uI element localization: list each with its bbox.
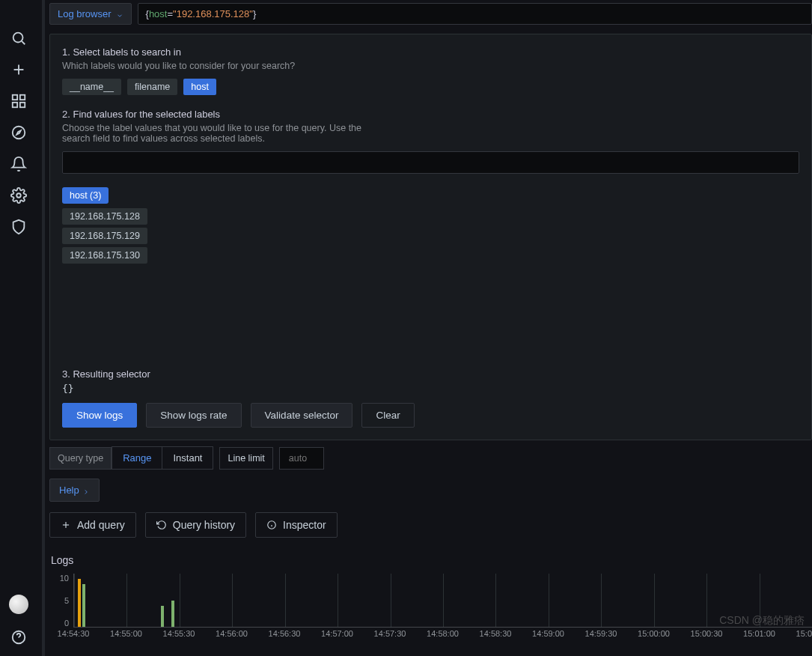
- nav-rail: [0, 0, 37, 656]
- line-limit-input[interactable]: [279, 447, 324, 470]
- query-type-label: Query type: [49, 447, 112, 470]
- y-tick: 5: [64, 596, 69, 605]
- step3-title: 3. Resulting selector: [62, 368, 799, 380]
- step2-desc: Choose the label values that you would l…: [62, 123, 391, 144]
- query-expression-input[interactable]: {host="192.168.175.128"}: [138, 3, 812, 25]
- shield-icon[interactable]: [10, 219, 27, 235]
- bell-icon[interactable]: [10, 156, 27, 172]
- chevron-right-icon: [82, 487, 90, 494]
- label-value-search-input[interactable]: [62, 151, 799, 174]
- gridline: [285, 574, 286, 627]
- x-tick: 14:57:00: [321, 629, 353, 638]
- x-tick: 14:58:00: [427, 629, 459, 638]
- label-value-item[interactable]: 192.168.175.128: [62, 208, 147, 225]
- log-browser-panel: 1. Select labels to search in Which labe…: [49, 34, 812, 440]
- bar-info[interactable]: [82, 584, 85, 627]
- plus-icon[interactable]: [10, 61, 27, 78]
- validate-selector-button[interactable]: Validate selector: [251, 403, 353, 428]
- avatar[interactable]: [9, 595, 28, 614]
- svg-rect-4: [13, 95, 17, 100]
- query-history-label: Query history: [173, 519, 235, 531]
- svg-marker-9: [16, 130, 21, 135]
- bar-info[interactable]: [161, 606, 164, 627]
- gridline: [549, 574, 549, 627]
- help-button[interactable]: Help: [49, 479, 100, 502]
- gridline: [654, 574, 655, 627]
- label-value-item[interactable]: 192.168.175.130: [62, 247, 147, 264]
- gridline: [126, 574, 127, 627]
- logs-title: Logs: [51, 554, 812, 566]
- gear-icon[interactable]: [10, 187, 27, 204]
- resulting-selector: {}: [62, 383, 799, 394]
- help-label: Help: [59, 485, 79, 496]
- x-tick: 15:01:30: [796, 629, 812, 638]
- gridline: [180, 574, 180, 627]
- query-type-instant[interactable]: Instant: [162, 446, 213, 470]
- svg-point-10: [16, 193, 21, 198]
- x-tick: 15:00:30: [691, 629, 723, 638]
- label-chip-__name__[interactable]: __name__: [62, 79, 121, 95]
- inspector-label: Inspector: [283, 519, 326, 531]
- value-group-header[interactable]: host (3): [62, 187, 109, 204]
- y-tick: 0: [64, 619, 69, 628]
- svg-rect-5: [20, 95, 25, 100]
- main-content: Log browser {host="192.168.175.128"} 1. …: [37, 0, 812, 656]
- divider: [42, 0, 45, 656]
- svg-point-0: [13, 33, 23, 43]
- x-tick: 14:56:30: [269, 629, 301, 638]
- step2-title: 2. Find values for the selected labels: [62, 109, 799, 120]
- gridline: [443, 574, 444, 627]
- inspector-button[interactable]: Inspector: [255, 512, 338, 538]
- x-tick: 14:59:30: [585, 629, 617, 638]
- x-tick: 14:54:30: [58, 629, 90, 638]
- label-chip-host[interactable]: host: [183, 79, 216, 95]
- step1-desc: Which labels would you like to consider …: [62, 61, 799, 71]
- search-icon[interactable]: [10, 30, 27, 46]
- x-tick: 14:55:30: [163, 629, 195, 638]
- bar-info[interactable]: [171, 601, 174, 628]
- step1-title: 1. Select labels to search in: [62, 46, 799, 58]
- svg-point-8: [13, 127, 25, 139]
- gridline: [74, 574, 75, 627]
- x-tick: 14:59:00: [532, 629, 564, 638]
- svg-rect-7: [20, 103, 25, 107]
- x-tick: 14:57:30: [374, 629, 406, 638]
- show-logs-button[interactable]: Show logs: [62, 403, 137, 428]
- gridline: [495, 574, 496, 627]
- logs-chart: 1050 14:54:3014:55:0014:55:3014:56:0014:…: [51, 574, 812, 641]
- info-icon: [266, 520, 277, 530]
- log-browser-label: Log browser: [58, 8, 112, 19]
- query-history-button[interactable]: Query history: [145, 512, 246, 538]
- x-tick: 15:01:00: [743, 629, 775, 638]
- gridline: [760, 574, 760, 627]
- line-limit-label: Line limit: [219, 447, 272, 470]
- clear-button[interactable]: Clear: [361, 403, 414, 428]
- show-logs-rate-button[interactable]: Show logs rate: [146, 403, 241, 428]
- gridline: [601, 574, 602, 627]
- dashboards-icon[interactable]: [10, 93, 27, 109]
- log-browser-button[interactable]: Log browser: [49, 3, 132, 25]
- gridline: [232, 574, 233, 627]
- svg-line-1: [22, 41, 25, 44]
- plus-icon: [61, 520, 71, 530]
- svg-rect-6: [13, 103, 17, 107]
- label-chip-filename[interactable]: filename: [127, 79, 177, 95]
- add-query-button[interactable]: Add query: [49, 512, 136, 538]
- history-icon: [156, 520, 167, 530]
- help-icon[interactable]: [10, 629, 27, 646]
- label-value-item[interactable]: 192.168.175.129: [62, 228, 147, 244]
- compass-icon[interactable]: [10, 124, 27, 141]
- y-tick: 10: [60, 574, 69, 583]
- chevron-down-icon: [116, 10, 123, 18]
- query-type-range[interactable]: Range: [112, 446, 162, 470]
- bar-warn[interactable]: [78, 579, 81, 627]
- x-tick: 14:58:30: [480, 629, 512, 638]
- gridline: [391, 574, 391, 627]
- gridline: [706, 574, 707, 627]
- gridline: [338, 574, 338, 627]
- add-query-label: Add query: [77, 519, 125, 531]
- x-tick: 15:00:00: [638, 629, 670, 638]
- x-tick: 14:55:00: [110, 629, 142, 638]
- x-tick: 14:56:00: [216, 629, 248, 638]
